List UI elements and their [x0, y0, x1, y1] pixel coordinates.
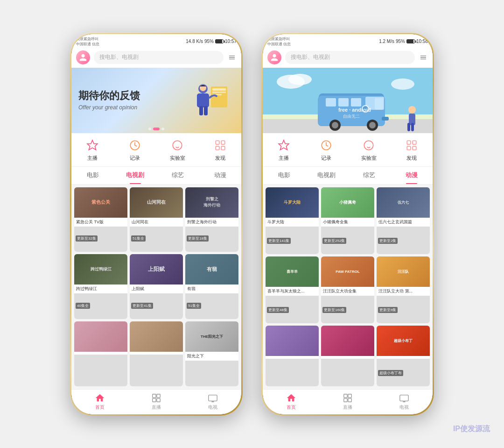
svg-rect-52 — [407, 141, 411, 144]
svg-rect-33 — [326, 98, 336, 107]
tab-variety-1[interactable]: 综艺 — [156, 167, 199, 184]
tab-anime-1[interactable]: 动漫 — [199, 167, 241, 184]
video-card-2-1[interactable]: 跨过鸭绿江 40集全 跨过鸭绿江 — [74, 254, 127, 319]
video-badge-2-2: 更新至41集 — [131, 303, 153, 309]
cat-tabs-2: 电影 电视剧 综艺 动漫 — [263, 167, 433, 185]
network-speed: 14.8 K/s — [186, 39, 203, 44]
svg-rect-53 — [413, 141, 416, 144]
home-icon-2 — [286, 393, 296, 403]
bottom-nav-label-home-1: 首页 — [95, 404, 105, 411]
tab-variety-2[interactable]: 综艺 — [348, 167, 390, 184]
svg-rect-34 — [338, 98, 349, 107]
video-card-2-3-2[interactable] — [321, 326, 374, 386]
svg-text:自由无二: 自由无二 — [343, 114, 360, 119]
video-badge-1-1: 更新至32集 — [76, 235, 98, 242]
nav-faxian-2[interactable]: 发现 — [404, 138, 419, 162]
video-card-3-1[interactable] — [74, 321, 127, 386]
bottom-nav-label-tv-2: 电视 — [399, 404, 409, 411]
svg-rect-54 — [407, 146, 411, 150]
video-title-2-3-1 — [266, 356, 319, 359]
watermark: IP使发源流 — [453, 424, 490, 434]
tab-tv-1[interactable]: 电视剧 — [114, 167, 156, 184]
video-title-2-1-2: 小猪佩奇全集 — [321, 218, 374, 227]
video-card-2-1-1[interactable]: 斗罗大陆 更新至141集 斗罗大陆 — [266, 187, 319, 254]
svg-marker-49 — [279, 140, 289, 150]
video-title-2-2: 上阳赋 — [130, 284, 183, 293]
video-card-2-2-2[interactable]: PAW PATROL 更新至160集 汪汪队立大功全集 — [321, 256, 374, 323]
svg-rect-7 — [199, 106, 203, 115]
nav-faxian-1[interactable]: 发现 — [213, 138, 228, 162]
bottom-nav-tv-2[interactable]: 电视 — [376, 393, 433, 411]
settings-icon-2[interactable] — [419, 53, 428, 62]
battery-icon — [215, 39, 224, 43]
user-avatar-2[interactable] — [267, 50, 281, 64]
bottom-nav-label-tv-1: 电视 — [208, 404, 217, 411]
video-card-2-3-3[interactable]: 超级小布丁 超级小布丁布 — [377, 326, 430, 386]
svg-rect-20 — [209, 395, 217, 401]
user-avatar-1[interactable] — [76, 50, 90, 64]
video-card-3-2[interactable] — [130, 321, 183, 386]
svg-rect-35 — [351, 98, 361, 107]
video-card-2-1-3[interactable]: 伍六七 更新至2集 伍六七之玄武国篇 — [377, 187, 430, 254]
nav-label-zhubo-2: 主播 — [279, 155, 289, 162]
svg-rect-58 — [344, 398, 347, 402]
video-card-2-3[interactable]: 有翡 51集全 有翡 — [185, 254, 238, 319]
tab-movie-2[interactable]: 电影 — [263, 167, 305, 184]
video-card-1-1[interactable]: 紫色公关 更新至32集 紧急公关 TV版 — [74, 187, 127, 252]
bottom-nav-live-1[interactable]: 直播 — [128, 393, 184, 411]
network-speed-2: 1.2 M/s — [379, 39, 394, 44]
dot-3 — [161, 128, 164, 130]
search-input-2[interactable]: 搜电影、电视剧 — [285, 51, 415, 64]
video-badge-1-3: 更新至18集 — [187, 235, 209, 242]
video-card-2-2[interactable]: 上阳赋 更新至41集 上阳赋 — [130, 254, 183, 319]
bottom-nav-home-1[interactable]: 首页 — [71, 393, 128, 411]
video-title-2-1: 跨过鸭绿江 — [74, 284, 127, 293]
video-title-2-1-3: 伍六七之玄武国篇 — [377, 218, 430, 227]
nav-jilu-2[interactable]: 记录 — [319, 138, 334, 162]
bottom-nav-live-2[interactable]: 直播 — [319, 393, 376, 411]
svg-rect-16 — [153, 394, 156, 398]
face-icon-2 — [361, 138, 376, 153]
video-card-3-3[interactable]: THE阳光之下 阳光之下 — [185, 321, 238, 386]
svg-rect-57 — [348, 394, 351, 398]
tab-anime-2[interactable]: 动漫 — [390, 167, 433, 184]
video-card-1-2[interactable]: 山河同在 51集全 山河同在 — [130, 187, 183, 252]
banner-figure-1 — [183, 75, 234, 126]
nav-shiyan-2[interactable]: 实验室 — [361, 138, 377, 162]
svg-text:free · android: free · android — [338, 107, 371, 113]
video-title-2-3-2 — [321, 356, 374, 359]
video-title-2-1-1: 斗罗大陆 — [266, 218, 319, 227]
svg-rect-6 — [197, 93, 209, 107]
nav-zhubo-1[interactable]: 主播 — [85, 138, 100, 162]
video-card-1-3[interactable]: 刑警之海外行动 更新至18集 刑警之海外行动 — [185, 187, 238, 252]
bottom-nav-home-2[interactable]: 首页 — [263, 393, 319, 411]
dot-2-active — [153, 128, 160, 130]
carrier-info2: 中国联通 信息 — [76, 42, 99, 47]
video-card-2-1-2[interactable]: 小猪佩奇 更新至252集 小猪佩奇全集 — [321, 187, 374, 254]
tab-tv-2[interactable]: 电视剧 — [305, 167, 348, 184]
search-bar-1: 搜电影、电视剧 — [71, 47, 241, 68]
live-icon-1 — [151, 393, 161, 403]
nav-zhubo-2[interactable]: 主播 — [276, 138, 291, 162]
bottom-nav-tv-1[interactable]: 电视 — [185, 393, 241, 411]
video-title-1-2: 山河同在 — [130, 218, 183, 227]
search-input-1[interactable]: 搜电影、电视剧 — [94, 51, 224, 64]
video-card-2-2-3[interactable]: 汪汪队 更新至6集 汪汪队立大功 第... — [377, 256, 430, 323]
banner-2[interactable]: free · android 自由无二 — [263, 68, 433, 133]
video-card-2-2-1[interactable]: 喜羊羊 更新至48集 喜羊羊与灰太狼之... — [266, 256, 319, 323]
carrier-info-2: 仅限紧急呼叫 — [267, 36, 291, 42]
nav-shiyan-1[interactable]: 实验室 — [170, 138, 185, 162]
bottom-nav-label-live-1: 直播 — [152, 404, 161, 411]
tab-movie-1[interactable]: 电影 — [71, 167, 114, 184]
settings-icon[interactable] — [227, 53, 237, 62]
banner-1[interactable]: 期待你的反馈 Offer your great opinion — [71, 68, 241, 133]
status-bar-1: 仅限紧急呼叫 中国联通 信息 14.8 K/s 95% 10:57 — [71, 34, 241, 47]
nav-label-faxian-1: 发现 — [215, 155, 225, 162]
time-display: 10:57 — [225, 39, 237, 44]
banner-dots-1 — [148, 128, 164, 130]
nav-label-shiyan-1: 实验室 — [170, 155, 185, 162]
svg-rect-17 — [157, 394, 160, 398]
bottom-nav-2: 首页 直播 电视 — [263, 389, 433, 414]
nav-jilu-1[interactable]: 记录 — [127, 138, 142, 162]
video-card-2-3-1[interactable] — [266, 326, 319, 386]
